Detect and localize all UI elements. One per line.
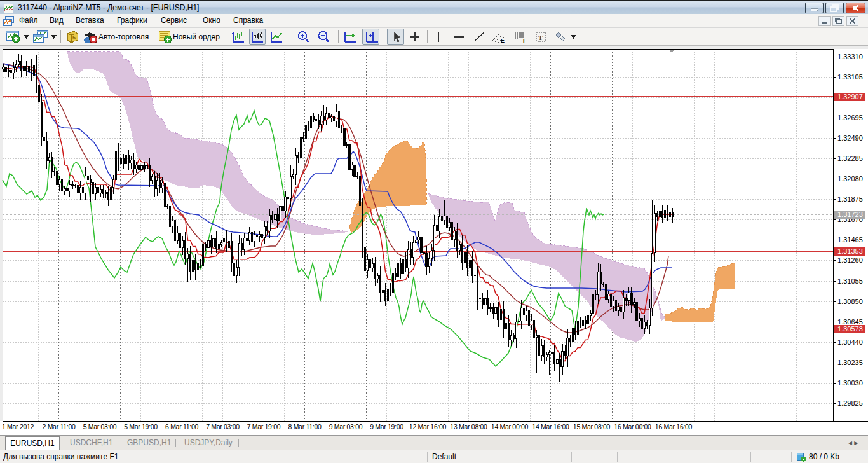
svg-text:1.33105: 1.33105 — [837, 73, 863, 81]
svg-text:9 Mar 19:00: 9 Mar 19:00 — [370, 423, 403, 431]
svg-text:1.31353: 1.31353 — [837, 247, 863, 255]
svg-text:1.30030: 1.30030 — [837, 379, 863, 387]
svg-text:16 Mar 00:00: 16 Mar 00:00 — [614, 423, 651, 431]
svg-text:5 Mar 19:00: 5 Mar 19:00 — [124, 423, 158, 431]
svg-text:9 Mar 03:00: 9 Mar 03:00 — [329, 423, 363, 431]
svg-text:1.29825: 1.29825 — [837, 399, 863, 407]
svg-text:14 Mar 16:00: 14 Mar 16:00 — [532, 423, 569, 431]
svg-text:1.32490: 1.32490 — [837, 134, 863, 142]
svg-text:5: 5 — [72, 34, 76, 41]
svg-text:1.32285: 1.32285 — [837, 155, 863, 162]
svg-text:1.30440: 1.30440 — [837, 338, 863, 346]
svg-text:8 Mar 11:00: 8 Mar 11:00 — [288, 423, 322, 431]
svg-text:1.32080: 1.32080 — [837, 175, 863, 183]
svg-text:16 Mar 16:00: 16 Mar 16:00 — [655, 423, 693, 431]
svg-text:1.32695: 1.32695 — [837, 114, 863, 121]
svg-text:1.33310: 1.33310 — [837, 53, 863, 60]
svg-text:T: T — [538, 34, 543, 41]
svg-text:6 Mar 11:00: 6 Mar 11:00 — [165, 423, 198, 431]
svg-text:1.30235: 1.30235 — [837, 359, 863, 366]
svg-text:1.32907: 1.32907 — [837, 93, 863, 100]
svg-text:12 Mar 16:00: 12 Mar 16:00 — [409, 423, 447, 431]
svg-text:5 Mar 03:00: 5 Mar 03:00 — [83, 423, 117, 431]
svg-text:13 Mar 08:00: 13 Mar 08:00 — [450, 423, 487, 431]
svg-text:1 Mar 2012: 1 Mar 2012 — [2, 423, 34, 431]
svg-text:2 Mar 11:00: 2 Mar 11:00 — [43, 423, 76, 431]
svg-text:15 Mar 08:00: 15 Mar 08:00 — [573, 423, 611, 431]
svg-text:1.31465: 1.31465 — [837, 236, 863, 244]
svg-text:1.30573: 1.30573 — [837, 325, 863, 333]
svg-text:E: E — [501, 38, 505, 44]
svg-text:1.31875: 1.31875 — [837, 195, 863, 203]
svg-text:1.31260: 1.31260 — [837, 256, 863, 264]
svg-text:F: F — [523, 38, 527, 44]
svg-text:1.31055: 1.31055 — [837, 277, 863, 285]
svg-text:1.31723: 1.31723 — [837, 211, 863, 218]
svg-text:7 Mar 03:00: 7 Mar 03:00 — [206, 423, 240, 431]
svg-text:7 Mar 19:00: 7 Mar 19:00 — [247, 423, 281, 431]
svg-text:1.30850: 1.30850 — [837, 298, 863, 305]
svg-text:14 Mar 00:00: 14 Mar 00:00 — [491, 423, 529, 431]
